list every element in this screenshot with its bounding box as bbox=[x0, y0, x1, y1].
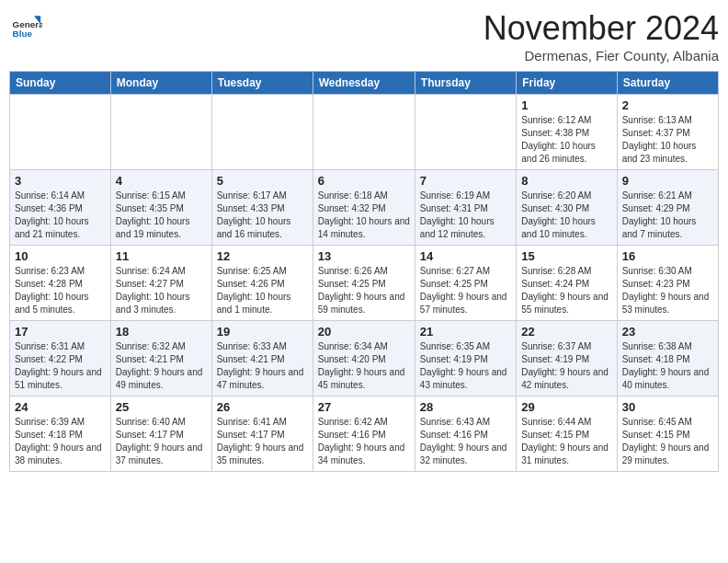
calendar-day-cell: 25Sunrise: 6:40 AM Sunset: 4:17 PM Dayli… bbox=[110, 396, 211, 472]
calendar-week-row: 3Sunrise: 6:14 AM Sunset: 4:36 PM Daylig… bbox=[10, 170, 719, 246]
calendar-day-cell: 3Sunrise: 6:14 AM Sunset: 4:36 PM Daylig… bbox=[10, 170, 111, 246]
day-number: 17 bbox=[15, 325, 106, 339]
calendar-day-cell: 13Sunrise: 6:26 AM Sunset: 4:25 PM Dayli… bbox=[313, 246, 415, 321]
calendar-week-row: 10Sunrise: 6:23 AM Sunset: 4:28 PM Dayli… bbox=[10, 246, 719, 321]
calendar-day-cell bbox=[415, 95, 516, 170]
calendar-day-cell: 17Sunrise: 6:31 AM Sunset: 4:22 PM Dayli… bbox=[10, 321, 111, 396]
day-number: 30 bbox=[622, 400, 713, 414]
calendar-week-row: 24Sunrise: 6:39 AM Sunset: 4:18 PM Dayli… bbox=[10, 396, 719, 472]
calendar-day-cell: 29Sunrise: 6:44 AM Sunset: 4:15 PM Dayli… bbox=[517, 396, 617, 472]
weekday-header-cell: Tuesday bbox=[211, 72, 313, 95]
calendar-day-cell: 23Sunrise: 6:38 AM Sunset: 4:18 PM Dayli… bbox=[617, 321, 718, 396]
day-number: 8 bbox=[521, 174, 611, 188]
weekday-header-cell: Monday bbox=[110, 72, 211, 95]
day-number: 25 bbox=[116, 400, 207, 414]
day-info: Sunrise: 6:45 AM Sunset: 4:15 PM Dayligh… bbox=[622, 416, 713, 467]
title-block: November 2024 Dermenas, Fier County, Alb… bbox=[483, 9, 719, 63]
calendar-day-cell: 6Sunrise: 6:18 AM Sunset: 4:32 PM Daylig… bbox=[313, 170, 415, 246]
day-number: 6 bbox=[318, 174, 410, 188]
day-info: Sunrise: 6:34 AM Sunset: 4:20 PM Dayligh… bbox=[318, 340, 410, 392]
calendar-day-cell bbox=[110, 95, 211, 170]
day-info: Sunrise: 6:12 AM Sunset: 4:38 PM Dayligh… bbox=[521, 114, 611, 166]
day-info: Sunrise: 6:19 AM Sunset: 4:31 PM Dayligh… bbox=[420, 190, 511, 241]
calendar-day-cell: 21Sunrise: 6:35 AM Sunset: 4:19 PM Dayli… bbox=[415, 321, 516, 396]
calendar-day-cell: 10Sunrise: 6:23 AM Sunset: 4:28 PM Dayli… bbox=[10, 246, 111, 321]
day-number: 12 bbox=[217, 249, 308, 263]
day-number: 3 bbox=[15, 174, 106, 188]
day-info: Sunrise: 6:42 AM Sunset: 4:16 PM Dayligh… bbox=[318, 416, 410, 467]
calendar-day-cell: 4Sunrise: 6:15 AM Sunset: 4:35 PM Daylig… bbox=[110, 170, 211, 246]
day-info: Sunrise: 6:13 AM Sunset: 4:37 PM Dayligh… bbox=[622, 114, 713, 166]
calendar-day-cell bbox=[10, 95, 111, 170]
calendar-day-cell: 2Sunrise: 6:13 AM Sunset: 4:37 PM Daylig… bbox=[617, 95, 718, 170]
calendar-day-cell: 18Sunrise: 6:32 AM Sunset: 4:21 PM Dayli… bbox=[110, 321, 211, 396]
calendar-day-cell: 12Sunrise: 6:25 AM Sunset: 4:26 PM Dayli… bbox=[211, 246, 313, 321]
day-number: 9 bbox=[622, 174, 713, 188]
day-info: Sunrise: 6:17 AM Sunset: 4:33 PM Dayligh… bbox=[217, 190, 308, 241]
day-info: Sunrise: 6:38 AM Sunset: 4:18 PM Dayligh… bbox=[622, 340, 713, 392]
day-number: 14 bbox=[420, 249, 511, 263]
calendar-day-cell: 9Sunrise: 6:21 AM Sunset: 4:29 PM Daylig… bbox=[617, 170, 718, 246]
calendar-day-cell: 26Sunrise: 6:41 AM Sunset: 4:17 PM Dayli… bbox=[211, 396, 313, 472]
day-info: Sunrise: 6:39 AM Sunset: 4:18 PM Dayligh… bbox=[15, 416, 106, 467]
calendar-body: 1Sunrise: 6:12 AM Sunset: 4:38 PM Daylig… bbox=[10, 95, 719, 472]
day-info: Sunrise: 6:32 AM Sunset: 4:21 PM Dayligh… bbox=[116, 340, 207, 392]
day-info: Sunrise: 6:14 AM Sunset: 4:36 PM Dayligh… bbox=[15, 190, 106, 241]
weekday-header-cell: Saturday bbox=[617, 72, 718, 95]
calendar-day-cell: 15Sunrise: 6:28 AM Sunset: 4:24 PM Dayli… bbox=[517, 246, 617, 321]
day-number: 18 bbox=[116, 325, 207, 339]
day-number: 23 bbox=[622, 325, 713, 339]
calendar-day-cell: 16Sunrise: 6:30 AM Sunset: 4:23 PM Dayli… bbox=[617, 246, 718, 321]
logo: General Blue bbox=[9, 9, 42, 42]
day-info: Sunrise: 6:30 AM Sunset: 4:23 PM Dayligh… bbox=[622, 265, 713, 316]
day-number: 24 bbox=[15, 400, 106, 414]
day-number: 26 bbox=[217, 400, 308, 414]
calendar-day-cell: 27Sunrise: 6:42 AM Sunset: 4:16 PM Dayli… bbox=[313, 396, 415, 472]
day-info: Sunrise: 6:23 AM Sunset: 4:28 PM Dayligh… bbox=[15, 265, 106, 316]
day-info: Sunrise: 6:24 AM Sunset: 4:27 PM Dayligh… bbox=[116, 265, 207, 316]
calendar-day-cell: 19Sunrise: 6:33 AM Sunset: 4:21 PM Dayli… bbox=[211, 321, 313, 396]
svg-text:Blue: Blue bbox=[13, 29, 33, 39]
day-info: Sunrise: 6:15 AM Sunset: 4:35 PM Dayligh… bbox=[116, 190, 207, 241]
calendar-day-cell: 11Sunrise: 6:24 AM Sunset: 4:27 PM Dayli… bbox=[110, 246, 211, 321]
logo-icon: General Blue bbox=[9, 9, 42, 42]
day-info: Sunrise: 6:25 AM Sunset: 4:26 PM Dayligh… bbox=[217, 265, 308, 316]
day-number: 10 bbox=[15, 249, 106, 263]
calendar-table: SundayMondayTuesdayWednesdayThursdayFrid… bbox=[9, 71, 719, 472]
calendar-day-cell: 28Sunrise: 6:43 AM Sunset: 4:16 PM Dayli… bbox=[415, 396, 516, 472]
day-number: 16 bbox=[622, 249, 713, 263]
day-info: Sunrise: 6:26 AM Sunset: 4:25 PM Dayligh… bbox=[318, 265, 410, 316]
calendar-day-cell: 22Sunrise: 6:37 AM Sunset: 4:19 PM Dayli… bbox=[517, 321, 617, 396]
day-number: 4 bbox=[116, 174, 207, 188]
weekday-header-cell: Thursday bbox=[415, 72, 516, 95]
day-number: 27 bbox=[318, 400, 410, 414]
day-number: 20 bbox=[318, 325, 410, 339]
day-info: Sunrise: 6:44 AM Sunset: 4:15 PM Dayligh… bbox=[521, 416, 611, 467]
calendar-day-cell: 24Sunrise: 6:39 AM Sunset: 4:18 PM Dayli… bbox=[10, 396, 111, 472]
day-number: 11 bbox=[116, 249, 207, 263]
day-number: 1 bbox=[521, 98, 611, 112]
day-info: Sunrise: 6:21 AM Sunset: 4:29 PM Dayligh… bbox=[622, 190, 713, 241]
calendar-day-cell: 1Sunrise: 6:12 AM Sunset: 4:38 PM Daylig… bbox=[517, 95, 617, 170]
calendar-day-cell: 5Sunrise: 6:17 AM Sunset: 4:33 PM Daylig… bbox=[211, 170, 313, 246]
day-info: Sunrise: 6:18 AM Sunset: 4:32 PM Dayligh… bbox=[318, 190, 410, 241]
calendar-day-cell bbox=[211, 95, 313, 170]
day-number: 5 bbox=[217, 174, 308, 188]
page-header: General Blue November 2024 Dermenas, Fie… bbox=[9, 9, 719, 63]
calendar-week-row: 17Sunrise: 6:31 AM Sunset: 4:22 PM Dayli… bbox=[10, 321, 719, 396]
day-info: Sunrise: 6:20 AM Sunset: 4:30 PM Dayligh… bbox=[521, 190, 611, 241]
day-number: 21 bbox=[420, 325, 511, 339]
calendar-day-cell: 8Sunrise: 6:20 AM Sunset: 4:30 PM Daylig… bbox=[517, 170, 617, 246]
weekday-header-cell: Friday bbox=[517, 72, 617, 95]
calendar-day-cell: 30Sunrise: 6:45 AM Sunset: 4:15 PM Dayli… bbox=[617, 396, 718, 472]
weekday-header-cell: Wednesday bbox=[313, 72, 415, 95]
calendar-week-row: 1Sunrise: 6:12 AM Sunset: 4:38 PM Daylig… bbox=[10, 95, 719, 170]
day-info: Sunrise: 6:41 AM Sunset: 4:17 PM Dayligh… bbox=[217, 416, 308, 467]
weekday-header-cell: Sunday bbox=[10, 72, 111, 95]
calendar-day-cell: 20Sunrise: 6:34 AM Sunset: 4:20 PM Dayli… bbox=[313, 321, 415, 396]
weekday-header-row: SundayMondayTuesdayWednesdayThursdayFrid… bbox=[10, 72, 719, 95]
day-number: 2 bbox=[622, 98, 713, 112]
day-info: Sunrise: 6:28 AM Sunset: 4:24 PM Dayligh… bbox=[521, 265, 611, 316]
calendar-day-cell: 14Sunrise: 6:27 AM Sunset: 4:25 PM Dayli… bbox=[415, 246, 516, 321]
day-info: Sunrise: 6:27 AM Sunset: 4:25 PM Dayligh… bbox=[420, 265, 511, 316]
